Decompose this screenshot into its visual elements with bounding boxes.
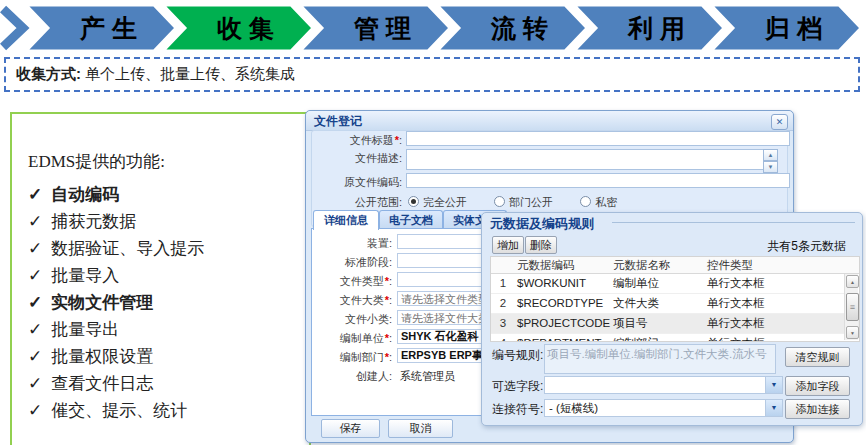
flow-step-label: 流转: [490, 14, 555, 42]
flow-step-label: 收集: [217, 14, 281, 42]
flow-step-flow: 流转: [437, 5, 587, 51]
metadata-row[interactable]: 3 $PROJECTCODE 项目号 单行文本框: [491, 314, 859, 334]
scrollbar-down-button[interactable]: ▼: [846, 326, 859, 339]
numbering-rule-label: 编号规则: [492, 347, 543, 364]
original-code-label: 原文件编码: [312, 175, 402, 190]
table-scrollbar[interactable]: ▲ ≡ ▼: [844, 274, 858, 340]
file-title-input[interactable]: [406, 131, 790, 146]
collection-method-banner: 收集方式: 单个上传、批量上传、系统集成: [4, 57, 860, 92]
metadata-row[interactable]: 4 $DEPARTMENT 编制部门 单行文本框: [491, 334, 859, 342]
feature-item: ✓实物文件管理: [28, 289, 309, 316]
cancel-button[interactable]: 取消: [388, 419, 453, 438]
metadata-table-header: 元数据编码 元数据名称 控件类型: [491, 257, 859, 274]
radio-public-label: 完全公开: [423, 196, 467, 208]
close-button[interactable]: ✕: [771, 114, 788, 130]
feature-item: ✓捕获元数据: [28, 208, 309, 235]
file-description-textarea[interactable]: [406, 149, 764, 170]
feature-item: ✓批量导出: [28, 316, 309, 343]
dropdown-icon: ▼: [765, 400, 782, 416]
metadata-row[interactable]: 2 $RECORDTYPE 文件大类 单行文本框: [491, 294, 859, 314]
check-icon: ✓: [28, 374, 42, 393]
radio-department[interactable]: [494, 196, 505, 207]
feature-item: ✓数据验证、导入提示: [28, 235, 309, 262]
check-icon: ✓: [28, 185, 42, 204]
original-code-input[interactable]: [406, 173, 790, 188]
file-description-label: 文件描述: [312, 151, 402, 166]
required-asterisk: *: [385, 275, 389, 287]
required-asterisk: *: [385, 332, 389, 344]
feature-item: ✓查看文件日志: [28, 370, 309, 397]
tab-detail-info[interactable]: 详细信息: [313, 210, 379, 230]
scrollbar-thumb[interactable]: ≡: [846, 293, 859, 321]
required-asterisk: *: [385, 351, 389, 363]
collection-method-label: 收集方式:: [16, 65, 81, 84]
optional-field-select[interactable]: ▼: [544, 376, 783, 394]
check-icon: ✓: [28, 401, 42, 420]
clear-rule-button[interactable]: 清空规则: [785, 347, 850, 367]
features-list: ✓自动编码 ✓捕获元数据 ✓数据验证、导入提示 ✓批量导入 ✓实物文件管理 ✓批…: [28, 181, 309, 424]
feature-item: ✓催交、提示、统计: [28, 397, 309, 424]
flow-step-label: 归档: [764, 14, 829, 42]
check-icon: ✓: [28, 212, 42, 231]
flow-step-label: 产生: [79, 14, 144, 42]
tab-electronic-doc[interactable]: 电子文档: [379, 210, 443, 229]
check-icon: ✓: [28, 293, 42, 312]
feature-item: ✓批量权限设置: [28, 343, 309, 370]
flow-step-manage: 管理: [300, 5, 450, 51]
up-arrow-icon: ▲: [850, 279, 855, 285]
down-arrow-icon: ▼: [850, 330, 855, 336]
check-icon: ✓: [28, 266, 42, 285]
creator-value: 系统管理员: [400, 369, 455, 384]
flow-step-archive: 归档: [711, 5, 861, 51]
scroll-down-button[interactable]: ▼: [763, 161, 778, 173]
save-button[interactable]: 保存: [321, 419, 380, 438]
radio-department-label: 部门公开: [509, 196, 553, 208]
flow-step-collect: 收集: [163, 5, 313, 51]
features-title: EDMS提供的功能:: [28, 150, 309, 173]
feature-item: ✓自动编码: [28, 181, 309, 208]
delete-metadata-button[interactable]: 删除: [525, 236, 557, 254]
features-box: EDMS提供的功能: ✓自动编码 ✓捕获元数据 ✓数据验证、导入提示 ✓批量导入…: [10, 112, 311, 445]
feature-item: ✓批量导入: [28, 262, 309, 289]
scrollbar-up-button[interactable]: ▲: [846, 275, 859, 288]
check-icon: ✓: [28, 347, 42, 366]
required-asterisk: *: [395, 134, 399, 146]
scroll-up-button[interactable]: ▲: [763, 149, 778, 161]
optional-field-label: 可选字段: [492, 378, 543, 395]
panel-title-divider: [612, 222, 855, 223]
radio-private[interactable]: [580, 196, 591, 207]
dropdown-icon: ▼: [765, 377, 782, 393]
connector-select[interactable]: - (短横线) ▼: [544, 399, 783, 417]
panel-title: 元数据及编码规则: [490, 215, 594, 233]
flow-step-produce: 产生: [26, 5, 176, 51]
chevron-fragment-icon: [3, 9, 23, 47]
add-field-button[interactable]: 添加字段: [785, 376, 850, 396]
process-flow: 产生 收集 管理 流转 利用 归档: [0, 2, 866, 56]
file-title-label: 文件标题*: [312, 133, 402, 148]
required-asterisk: *: [385, 294, 389, 306]
collection-method-text: 单个上传、批量上传、系统集成: [85, 65, 295, 84]
add-connector-button[interactable]: 添加连接: [785, 399, 850, 419]
screenshot-root: 产生 收集 管理 流转 利用 归档 收集方式: 单个上传、批量上传、系统集成 E…: [0, 0, 866, 445]
flow-step-label: 管理: [353, 14, 418, 42]
metadata-count: 共有5条元数据: [767, 238, 846, 255]
scope-label: 公开范围: [312, 195, 402, 210]
down-arrow-icon: ▼: [768, 164, 774, 170]
radio-private-label: 私密: [595, 196, 617, 208]
up-arrow-icon: ▲: [768, 152, 774, 158]
metadata-row[interactable]: 1 $WORKUNIT 编制单位 单行文本框: [491, 274, 859, 294]
dialog-title: 文件登记: [314, 114, 362, 128]
connector-label: 连接符号: [492, 401, 543, 418]
check-icon: ✓: [28, 320, 42, 339]
metadata-rules-panel: 元数据及编码规则 增加 删除 共有5条元数据 元数据编码 元数据名称 控件类型 …: [481, 212, 863, 426]
check-icon: ✓: [28, 239, 42, 258]
add-metadata-button[interactable]: 增加: [492, 236, 524, 254]
flow-step-label: 利用: [627, 14, 692, 42]
numbering-rule-textarea[interactable]: [544, 344, 776, 374]
metadata-table: 元数据编码 元数据名称 控件类型 1 $WORKUNIT 编制单位 单行文本框 …: [490, 256, 860, 342]
grip-icon: ≡: [850, 302, 855, 312]
radio-public[interactable]: [408, 196, 419, 207]
dialog-titlebar[interactable]: 文件登记: [306, 111, 793, 131]
close-icon: ✕: [776, 118, 784, 127]
flow-step-use: 利用: [574, 5, 724, 51]
